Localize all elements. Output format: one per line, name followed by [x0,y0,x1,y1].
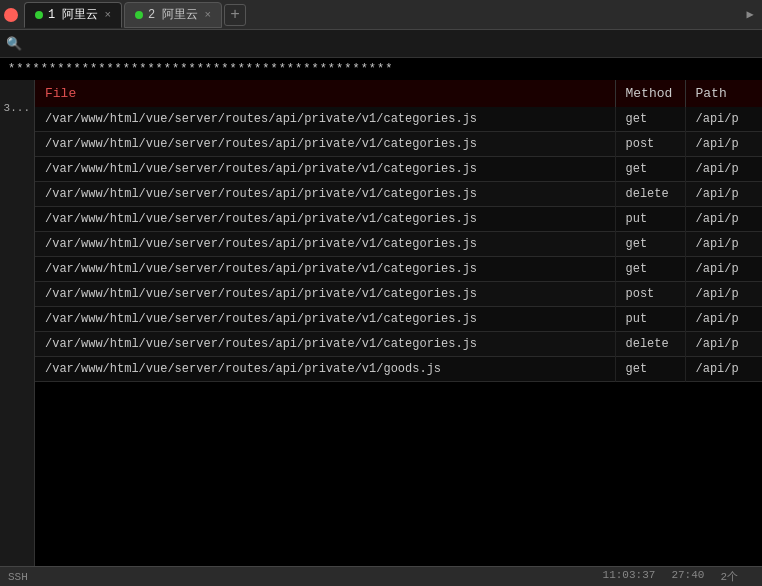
tab-1-label: 1 阿里云 [48,6,98,23]
table-row[interactable]: /var/www/html/vue/server/routes/api/priv… [35,132,762,157]
cell-method: get [615,357,685,382]
cell-method: put [615,307,685,332]
status-ssh: SSH [8,571,28,583]
cell-path: /api/p [685,232,762,257]
cell-file: /var/www/html/vue/server/routes/api/priv… [35,132,615,157]
tab-2-label: 2 阿里云 [148,6,198,23]
cell-method: put [615,207,685,232]
table-row[interactable]: /var/www/html/vue/server/routes/api/priv… [35,107,762,132]
cell-method: get [615,157,685,182]
table-row[interactable]: /var/www/html/vue/server/routes/api/priv… [35,307,762,332]
tab-1-close[interactable]: × [104,9,111,21]
cell-path: /api/p [685,332,762,357]
cell-method: post [615,132,685,157]
cell-method: get [615,257,685,282]
tab-1-dot [35,11,43,19]
cell-path: /api/p [685,282,762,307]
cell-path: /api/p [685,207,762,232]
cell-file: /var/www/html/vue/server/routes/api/priv… [35,332,615,357]
status-right: 11:03:37 27:40 2个 [603,569,754,584]
cell-path: /api/p [685,257,762,282]
routes-table: File Method Path /var/www/html/vue/serve… [35,80,762,382]
cell-method: post [615,282,685,307]
status-time1: 11:03:37 [603,569,656,584]
cell-path: /api/p [685,182,762,207]
cell-path: /api/p [685,107,762,132]
table-row[interactable]: /var/www/html/vue/server/routes/api/priv… [35,207,762,232]
cell-file: /var/www/html/vue/server/routes/api/priv… [35,182,615,207]
table-row[interactable]: /var/www/html/vue/server/routes/api/priv… [35,357,762,382]
status-bar: SSH 11:03:37 27:40 2个 [0,566,762,586]
side-nav: 3... [0,80,35,566]
cell-file: /var/www/html/vue/server/routes/api/priv… [35,257,615,282]
table-container: File Method Path /var/www/html/vue/serve… [35,80,762,566]
collapse-button[interactable]: ▶ [742,7,758,23]
search-icon[interactable]: 🔍 [6,36,22,52]
tab-1[interactable]: 1 阿里云 × [24,2,122,28]
cell-path: /api/p [685,357,762,382]
table-row[interactable]: /var/www/html/vue/server/routes/api/priv… [35,232,762,257]
new-tab-button[interactable]: + [224,4,246,26]
table-header-row: File Method Path [35,80,762,107]
tab-2-close[interactable]: × [204,9,211,21]
table-row[interactable]: /var/www/html/vue/server/routes/api/priv… [35,332,762,357]
cell-method: get [615,107,685,132]
cell-file: /var/www/html/vue/server/routes/api/priv… [35,357,615,382]
table-row[interactable]: /var/www/html/vue/server/routes/api/priv… [35,182,762,207]
cell-file: /var/www/html/vue/server/routes/api/priv… [35,307,615,332]
table-row[interactable]: /var/www/html/vue/server/routes/api/priv… [35,282,762,307]
cell-file: /var/www/html/vue/server/routes/api/priv… [35,157,615,182]
cell-file: /var/www/html/vue/server/routes/api/priv… [35,107,615,132]
header-method: Method [615,80,685,107]
table-row[interactable]: /var/www/html/vue/server/routes/api/priv… [35,157,762,182]
header-path: Path [685,80,762,107]
cell-method: delete [615,182,685,207]
tab-2-dot [135,11,143,19]
close-button[interactable] [4,8,18,22]
cell-path: /api/p [685,157,762,182]
cell-path: /api/p [685,307,762,332]
status-time2: 27:40 [671,569,704,584]
title-bar: 1 阿里云 × 2 阿里云 × + ▶ [0,0,762,30]
tab-2[interactable]: 2 阿里云 × [124,2,222,28]
toolbar: 🔍 [0,30,762,58]
table-row[interactable]: /var/www/html/vue/server/routes/api/priv… [35,257,762,282]
side-nav-item: 3... [0,88,34,129]
cell-path: /api/p [685,132,762,157]
header-file: File [35,80,615,107]
stars-line: ****************************************… [0,58,762,80]
content-area: 3... File Method Path /var/www/html/vue/… [0,80,762,566]
cell-method: get [615,232,685,257]
cell-file: /var/www/html/vue/server/routes/api/priv… [35,282,615,307]
cell-method: delete [615,332,685,357]
cell-file: /var/www/html/vue/server/routes/api/priv… [35,207,615,232]
cell-file: /var/www/html/vue/server/routes/api/priv… [35,232,615,257]
status-info: 2个 [720,569,738,584]
